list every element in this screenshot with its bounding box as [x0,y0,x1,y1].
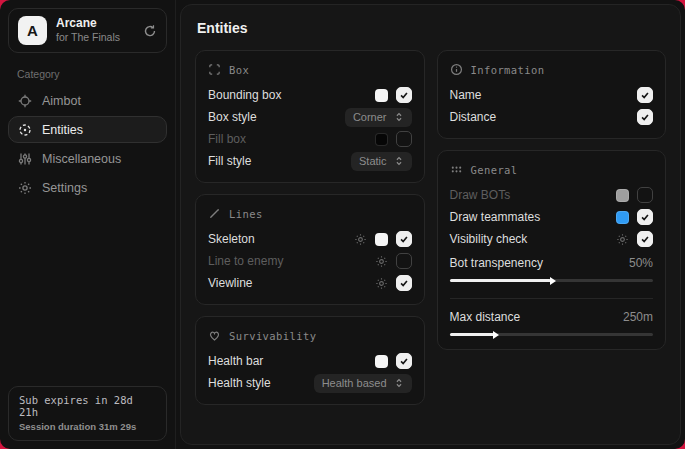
setting-label: Health bar [208,354,263,368]
row-fill-style: Fill style Static [208,153,412,169]
health-bar-checkbox[interactable] [396,353,412,369]
color-swatch[interactable] [375,133,388,146]
bot-transparency-slider[interactable] [450,279,654,282]
grid-dots-icon [450,163,463,176]
heart-icon [208,329,221,342]
divider [450,298,654,299]
row-name: Name [450,87,654,103]
crosshair-icon [18,94,32,108]
survivability-card: Survivability Health bar [195,316,425,405]
draw-bots-checkbox[interactable] [637,187,653,203]
sidebar-item-label: Settings [42,181,87,195]
sidebar-item-label: Aimbot [42,94,81,108]
sidebar: A Arcane for The Finals Category [0,0,176,449]
slider-value: 50% [629,256,653,270]
row-fill-box: Fill box [208,131,412,147]
setting-label: Viewline [208,276,252,290]
diagonal-line-icon [208,207,221,220]
row-settings-gear-icon[interactable] [375,255,388,268]
card-title: Survivability [229,330,316,342]
setting-label: Visibility check [450,232,528,246]
sub-expiry: Sub expires in 28d 21h [19,394,156,418]
sidebar-item-miscellaneous[interactable]: Miscellaneous [8,145,167,172]
box-card: Box Bounding box [195,50,425,183]
setting-label: Box style [208,110,257,124]
fill-box-checkbox[interactable] [396,131,412,147]
subscription-info: Sub expires in 28d 21h Session duration … [8,386,167,441]
sidebar-nav: Aimbot Entities Miscellaneous [8,87,167,201]
setting-label: Bounding box [208,88,281,102]
app-subtitle: for The Finals [56,31,134,44]
setting-label: Draw teammates [450,210,541,224]
dropdown-value: Corner [353,111,387,123]
row-settings-gear-icon[interactable] [616,233,629,246]
card-title: Information [471,64,545,76]
distance-checkbox[interactable] [637,109,653,125]
row-settings-gear-icon[interactable] [354,233,367,246]
setting-label: Skeleton [208,232,255,246]
setting-label: Fill box [208,132,246,146]
chevron-up-down-icon [394,378,404,388]
color-swatch[interactable] [375,233,388,246]
fill-style-dropdown[interactable]: Static [351,152,412,171]
sidebar-item-aimbot[interactable]: Aimbot [8,87,167,114]
row-health-bar: Health bar [208,353,412,369]
app-name: Arcane [56,16,134,31]
slider-fill [450,279,552,282]
sidebar-item-label: Entities [42,123,83,137]
box-brackets-icon [208,63,221,76]
gear-icon [18,181,32,195]
entities-panel: Entities Box [180,4,681,445]
setting-label: Line to enemy [208,254,283,268]
bounding-box-checkbox[interactable] [396,87,412,103]
card-title: General [471,164,518,176]
app-header: A Arcane for The Finals [8,8,167,53]
name-checkbox[interactable] [637,87,653,103]
max-distance-slider[interactable] [450,333,654,336]
sliders-icon [18,152,32,166]
card-title: Lines [229,208,263,220]
entities-scan-icon [18,123,32,137]
row-settings-gear-icon[interactable] [375,277,388,290]
setting-label: Fill style [208,154,251,168]
lines-card: Lines Skeleton [195,194,425,305]
color-swatch[interactable] [375,89,388,102]
app-logo: A [18,16,47,45]
skeleton-checkbox[interactable] [396,231,412,247]
row-bounding-box: Bounding box [208,87,412,103]
health-style-dropdown[interactable]: Health based [314,374,412,393]
line-to-enemy-checkbox[interactable] [396,253,412,269]
information-card: Information Name [437,50,667,139]
slider-value: 250m [623,310,653,324]
color-swatch[interactable] [616,211,629,224]
draw-teammates-checkbox[interactable] [637,209,653,225]
card-title: Box [229,64,249,76]
row-line-to-enemy: Line to enemy [208,253,412,269]
sidebar-item-label: Miscellaneous [42,152,121,166]
color-swatch[interactable] [375,355,388,368]
slider-fill [450,333,495,336]
category-label: Category [17,68,158,80]
visibility-check-checkbox[interactable] [637,231,653,247]
bot-transparency-slider-group: Bot transpenency 50% [450,255,654,282]
box-style-dropdown[interactable]: Corner [345,108,412,127]
max-distance-slider-group: Max distance 250m [450,309,654,336]
color-swatch[interactable] [616,189,629,202]
viewline-checkbox[interactable] [396,275,412,291]
row-draw-teammates: Draw teammates [450,209,654,225]
row-distance: Distance [450,109,654,125]
sidebar-item-settings[interactable]: Settings [8,174,167,201]
chevron-up-down-icon [394,156,404,166]
dropdown-value: Static [359,155,387,167]
row-skeleton: Skeleton [208,231,412,247]
setting-label: Name [450,88,482,102]
setting-label: Bot transpenency [450,256,543,270]
info-icon [450,63,463,76]
dropdown-value: Health based [322,377,387,389]
sidebar-item-entities[interactable]: Entities [8,116,167,143]
chevron-up-down-icon [394,112,404,122]
setting-label: Distance [450,110,497,124]
setting-label: Health style [208,376,271,390]
row-viewline: Viewline [208,275,412,291]
refresh-icon[interactable] [143,24,157,38]
